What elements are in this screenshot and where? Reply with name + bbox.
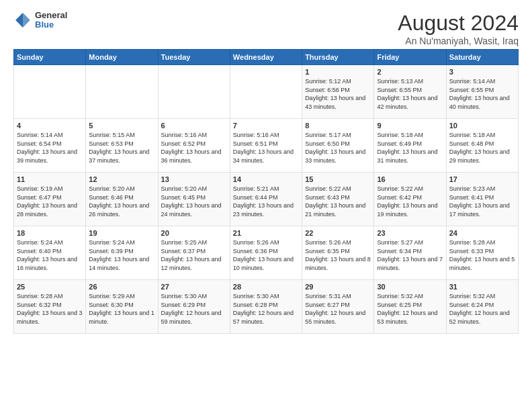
cell-content: Sunrise: 5:24 AM Sunset: 6:40 PM Dayligh… bbox=[17, 238, 83, 272]
cell-content: Sunrise: 5:30 AM Sunset: 6:29 PM Dayligh… bbox=[161, 292, 227, 326]
day-number: 23 bbox=[377, 229, 443, 237]
calendar-table: Sunday Monday Tuesday Wednesday Thursday… bbox=[13, 49, 519, 334]
cell-content: Sunrise: 5:29 AM Sunset: 6:30 PM Dayligh… bbox=[89, 292, 154, 326]
day-number: 31 bbox=[449, 283, 515, 291]
cell-content: Sunrise: 5:20 AM Sunset: 6:45 PM Dayligh… bbox=[161, 185, 227, 218]
cell-content: Sunrise: 5:16 AM Sunset: 6:52 PM Dayligh… bbox=[161, 131, 227, 165]
calendar-cell bbox=[158, 65, 230, 119]
header-monday: Monday bbox=[86, 50, 158, 65]
calendar-cell: 1Sunrise: 5:12 AM Sunset: 6:56 PM Daylig… bbox=[302, 65, 374, 119]
day-number: 14 bbox=[233, 175, 299, 183]
day-number: 2 bbox=[377, 68, 443, 76]
day-number: 1 bbox=[305, 68, 371, 76]
calendar-week-4: 18Sunrise: 5:24 AM Sunset: 6:40 PM Dayli… bbox=[14, 226, 519, 280]
calendar-cell: 6Sunrise: 5:16 AM Sunset: 6:52 PM Daylig… bbox=[158, 119, 230, 173]
day-number: 27 bbox=[161, 283, 227, 291]
cell-content: Sunrise: 5:31 AM Sunset: 6:27 PM Dayligh… bbox=[305, 292, 371, 326]
calendar-week-2: 4Sunrise: 5:14 AM Sunset: 6:54 PM Daylig… bbox=[14, 119, 519, 173]
calendar-week-3: 11Sunrise: 5:19 AM Sunset: 6:47 PM Dayli… bbox=[14, 173, 519, 226]
calendar-cell: 2Sunrise: 5:13 AM Sunset: 6:55 PM Daylig… bbox=[374, 65, 446, 119]
day-number: 6 bbox=[161, 122, 227, 130]
cell-content: Sunrise: 5:13 AM Sunset: 6:55 PM Dayligh… bbox=[377, 77, 443, 111]
calendar-cell: 14Sunrise: 5:21 AM Sunset: 6:44 PM Dayli… bbox=[230, 173, 302, 226]
header-tuesday: Tuesday bbox=[158, 50, 230, 65]
cell-content: Sunrise: 5:28 AM Sunset: 6:33 PM Dayligh… bbox=[449, 238, 515, 272]
header: General Blue August 2024 An Nu'maniyah, … bbox=[13, 11, 519, 46]
calendar-cell: 5Sunrise: 5:15 AM Sunset: 6:53 PM Daylig… bbox=[86, 119, 158, 173]
day-number: 29 bbox=[305, 283, 371, 291]
day-number: 19 bbox=[89, 229, 154, 237]
calendar-cell bbox=[230, 65, 302, 119]
calendar-cell bbox=[14, 65, 86, 119]
day-number: 9 bbox=[377, 122, 443, 130]
day-number: 8 bbox=[305, 122, 371, 130]
day-number: 5 bbox=[89, 122, 154, 130]
cell-content: Sunrise: 5:22 AM Sunset: 6:42 PM Dayligh… bbox=[377, 185, 443, 218]
cell-content: Sunrise: 5:15 AM Sunset: 6:53 PM Dayligh… bbox=[89, 131, 154, 165]
calendar-cell: 25Sunrise: 5:28 AM Sunset: 6:32 PM Dayli… bbox=[14, 280, 86, 334]
cell-content: Sunrise: 5:18 AM Sunset: 6:49 PM Dayligh… bbox=[377, 131, 443, 165]
cell-content: Sunrise: 5:23 AM Sunset: 6:41 PM Dayligh… bbox=[449, 185, 515, 218]
cell-content: Sunrise: 5:17 AM Sunset: 6:50 PM Dayligh… bbox=[305, 131, 371, 165]
calendar-cell: 10Sunrise: 5:18 AM Sunset: 6:48 PM Dayli… bbox=[446, 119, 518, 173]
cell-content: Sunrise: 5:16 AM Sunset: 6:51 PM Dayligh… bbox=[233, 131, 299, 165]
cell-content: Sunrise: 5:14 AM Sunset: 6:54 PM Dayligh… bbox=[17, 131, 83, 165]
logo-blue: Blue bbox=[35, 20, 67, 30]
calendar-cell: 17Sunrise: 5:23 AM Sunset: 6:41 PM Dayli… bbox=[446, 173, 518, 226]
calendar-cell: 31Sunrise: 5:32 AM Sunset: 6:24 PM Dayli… bbox=[446, 280, 518, 334]
day-number: 25 bbox=[17, 283, 83, 291]
day-number: 4 bbox=[17, 122, 83, 130]
day-number: 24 bbox=[449, 229, 515, 237]
calendar-cell: 9Sunrise: 5:18 AM Sunset: 6:49 PM Daylig… bbox=[374, 119, 446, 173]
day-number: 30 bbox=[377, 283, 443, 291]
calendar-cell: 21Sunrise: 5:26 AM Sunset: 6:36 PM Dayli… bbox=[230, 226, 302, 280]
header-thursday: Thursday bbox=[302, 50, 374, 65]
cell-content: Sunrise: 5:32 AM Sunset: 6:25 PM Dayligh… bbox=[377, 292, 443, 326]
calendar-cell: 7Sunrise: 5:16 AM Sunset: 6:51 PM Daylig… bbox=[230, 119, 302, 173]
calendar-cell: 8Sunrise: 5:17 AM Sunset: 6:50 PM Daylig… bbox=[302, 119, 374, 173]
day-number: 12 bbox=[89, 175, 154, 183]
day-number: 20 bbox=[161, 229, 227, 237]
calendar-cell: 30Sunrise: 5:32 AM Sunset: 6:25 PM Dayli… bbox=[374, 280, 446, 334]
calendar-cell: 3Sunrise: 5:14 AM Sunset: 6:55 PM Daylig… bbox=[446, 65, 518, 119]
logo-icon bbox=[13, 11, 32, 30]
cell-content: Sunrise: 5:18 AM Sunset: 6:48 PM Dayligh… bbox=[449, 131, 515, 165]
cell-content: Sunrise: 5:28 AM Sunset: 6:32 PM Dayligh… bbox=[17, 292, 83, 326]
cell-content: Sunrise: 5:25 AM Sunset: 6:37 PM Dayligh… bbox=[161, 238, 227, 272]
day-number: 21 bbox=[233, 229, 299, 237]
cell-content: Sunrise: 5:20 AM Sunset: 6:46 PM Dayligh… bbox=[89, 185, 154, 218]
cell-content: Sunrise: 5:27 AM Sunset: 6:34 PM Dayligh… bbox=[377, 238, 443, 272]
calendar-cell: 12Sunrise: 5:20 AM Sunset: 6:46 PM Dayli… bbox=[86, 173, 158, 226]
day-number: 13 bbox=[161, 175, 227, 183]
day-number: 22 bbox=[305, 229, 371, 237]
day-number: 26 bbox=[89, 283, 154, 291]
calendar-cell: 27Sunrise: 5:30 AM Sunset: 6:29 PM Dayli… bbox=[158, 280, 230, 334]
calendar-cell: 16Sunrise: 5:22 AM Sunset: 6:42 PM Dayli… bbox=[374, 173, 446, 226]
calendar-week-5: 25Sunrise: 5:28 AM Sunset: 6:32 PM Dayli… bbox=[14, 280, 519, 334]
cell-content: Sunrise: 5:32 AM Sunset: 6:24 PM Dayligh… bbox=[449, 292, 515, 326]
cell-content: Sunrise: 5:12 AM Sunset: 6:56 PM Dayligh… bbox=[305, 77, 371, 111]
day-number: 17 bbox=[449, 175, 515, 183]
cell-content: Sunrise: 5:19 AM Sunset: 6:47 PM Dayligh… bbox=[17, 185, 83, 218]
calendar-cell: 29Sunrise: 5:31 AM Sunset: 6:27 PM Dayli… bbox=[302, 280, 374, 334]
logo: General Blue bbox=[13, 11, 67, 30]
day-number: 3 bbox=[449, 68, 515, 76]
calendar-cell: 22Sunrise: 5:26 AM Sunset: 6:35 PM Dayli… bbox=[302, 226, 374, 280]
page: General Blue August 2024 An Nu'maniyah, … bbox=[0, 0, 532, 340]
calendar-cell: 26Sunrise: 5:29 AM Sunset: 6:30 PM Dayli… bbox=[86, 280, 158, 334]
calendar-cell bbox=[86, 65, 158, 119]
cell-content: Sunrise: 5:30 AM Sunset: 6:28 PM Dayligh… bbox=[233, 292, 299, 326]
calendar-cell: 18Sunrise: 5:24 AM Sunset: 6:40 PM Dayli… bbox=[14, 226, 86, 280]
cell-content: Sunrise: 5:24 AM Sunset: 6:39 PM Dayligh… bbox=[89, 238, 154, 272]
day-number: 10 bbox=[449, 122, 515, 130]
calendar-cell: 24Sunrise: 5:28 AM Sunset: 6:33 PM Dayli… bbox=[446, 226, 518, 280]
calendar-week-1: 1Sunrise: 5:12 AM Sunset: 6:56 PM Daylig… bbox=[14, 65, 519, 119]
header-row: Sunday Monday Tuesday Wednesday Thursday… bbox=[14, 50, 519, 65]
cell-content: Sunrise: 5:21 AM Sunset: 6:44 PM Dayligh… bbox=[233, 185, 299, 218]
header-friday: Friday bbox=[374, 50, 446, 65]
subtitle: An Nu'maniyah, Wasit, Iraq bbox=[398, 36, 519, 46]
header-sunday: Sunday bbox=[14, 50, 86, 65]
day-number: 28 bbox=[233, 283, 299, 291]
cell-content: Sunrise: 5:14 AM Sunset: 6:55 PM Dayligh… bbox=[449, 77, 515, 111]
day-number: 11 bbox=[17, 175, 83, 183]
